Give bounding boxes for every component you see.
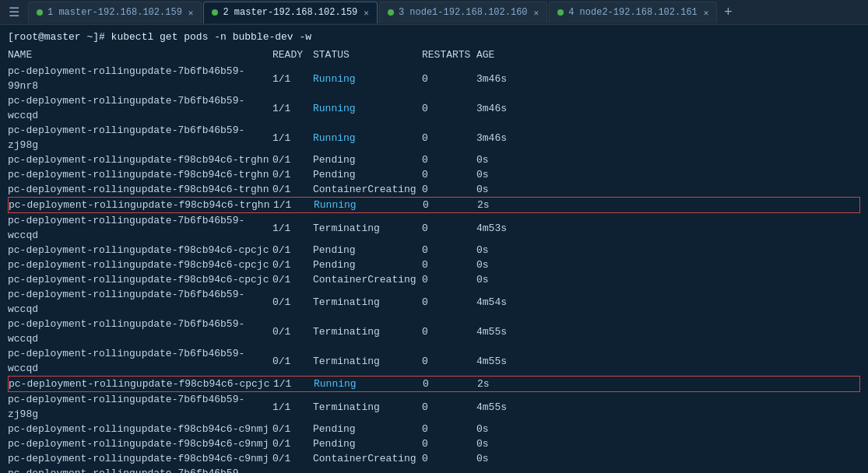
header-ready: READY (272, 47, 313, 62)
table-row: pc-deployment-rollingupdate-7b6fb46b59-z… (8, 123, 860, 152)
table-row: pc-deployment-rollingupdate-f98cb94c6-cp… (8, 272, 860, 287)
pod-status: Pending (313, 258, 422, 272)
pod-ready: 0/1 (272, 272, 313, 287)
pod-status: Terminating (313, 324, 422, 339)
pod-restarts: 0 (422, 324, 476, 339)
pod-ready: 1/1 (273, 377, 314, 391)
tab-3[interactable]: 3 node1-192.168.102.160✕ (379, 2, 547, 23)
pod-name: pc-deployment-rollingupdate-f98cb94c6-cp… (8, 272, 272, 287)
pod-age: 0s (476, 451, 523, 466)
pod-status: ContainerCreating (313, 272, 422, 287)
table-row: pc-deployment-rollingupdate-f98cb94c6-cp… (8, 258, 860, 272)
pod-name: pc-deployment-rollingupdate-f98cb94c6-cp… (8, 243, 272, 258)
pod-ready: 1/1 (272, 221, 313, 236)
pod-ready: 0/1 (272, 152, 313, 167)
pod-restarts: 0 (422, 167, 476, 182)
terminal-area: [root@master ~]# kubectl get pods -n bub… (0, 25, 868, 473)
table-row: pc-deployment-rollingupdate-7b6fb46b59-z… (8, 466, 860, 473)
pod-restarts: 0 (422, 436, 476, 451)
pod-age: 2s (477, 198, 524, 212)
pod-name: pc-deployment-rollingupdate-7b6fb46b59-z… (8, 466, 272, 473)
pod-status: Pending (313, 422, 422, 436)
pod-restarts: 0 (422, 272, 476, 287)
pod-status: Terminating (313, 354, 422, 369)
menu-icon[interactable]: ☰ (3, 2, 25, 23)
pod-restarts: 0 (422, 400, 476, 415)
pod-name: pc-deployment-rollingupdate-7b6fb46b59-w… (8, 287, 272, 317)
pod-name: pc-deployment-rollingupdate-f98cb94c6-c9… (8, 451, 272, 466)
pod-age: 0s (476, 152, 523, 167)
pod-status: Pending (313, 436, 422, 451)
tab-1[interactable]: 1 master-192.168.102.159✕ (28, 2, 202, 23)
pod-ready: 0/1 (272, 451, 313, 466)
pod-name: pc-deployment-rollingupdate-f98cb94c6-c9… (8, 436, 272, 451)
pod-name: pc-deployment-rollingupdate-7b6fb46b59-w… (8, 346, 272, 376)
pod-name: pc-deployment-rollingupdate-7b6fb46b59-z… (8, 123, 272, 152)
tab-2[interactable]: 2 master-192.168.102.159✕ (203, 2, 377, 23)
pod-name: pc-deployment-rollingupdate-7b6fb46b59-w… (8, 213, 272, 243)
pod-name: pc-deployment-rollingupdate-7b6fb46b59-w… (8, 317, 272, 346)
pod-name: pc-deployment-rollingupdate-7b6fb46b59-9… (8, 64, 272, 93)
pod-ready: 0/1 (272, 354, 313, 369)
pod-name: pc-deployment-rollingupdate-f98cb94c6-cp… (8, 258, 272, 272)
pod-age: 0s (476, 272, 523, 287)
pod-ready: 0/1 (272, 243, 313, 258)
pod-restarts: 0 (423, 198, 477, 212)
pod-age: 4m55s (476, 324, 523, 339)
new-tab-button[interactable]: + (719, 3, 737, 22)
pod-name: pc-deployment-rollingupdate-7b6fb46b59-w… (8, 93, 272, 123)
pod-status: Terminating (313, 295, 422, 310)
pod-ready: 0/1 (272, 422, 313, 436)
pod-restarts: 0 (422, 101, 476, 116)
table-row: pc-deployment-rollingupdate-7b6fb46b59-w… (8, 346, 860, 376)
pod-name: pc-deployment-rollingupdate-f98cb94c6-tr… (8, 167, 272, 182)
pod-age: 0s (476, 167, 523, 182)
pod-age: 0s (476, 422, 523, 436)
pod-restarts: 0 (422, 422, 476, 436)
pod-status: Pending (313, 152, 422, 167)
pod-restarts: 0 (422, 72, 476, 86)
table-header: NAME READY STATUS RESTARTS AGE (8, 47, 860, 62)
table-row: pc-deployment-rollingupdate-f98cb94c6-tr… (8, 197, 860, 213)
table-row: pc-deployment-rollingupdate-f98cb94c6-c9… (8, 436, 860, 451)
pod-age: 4m55s (476, 354, 523, 369)
pod-age: 2s (477, 377, 524, 391)
pod-ready: 0/1 (272, 167, 313, 182)
tab-4[interactable]: 4 node2-192.168.102.161✕ (549, 2, 717, 23)
pod-age: 0s (476, 436, 523, 451)
pod-restarts: 0 (422, 243, 476, 258)
pod-age: 0s (476, 182, 523, 197)
pod-ready: 1/1 (272, 400, 313, 415)
header-status: STATUS (313, 47, 422, 62)
header-name: NAME (8, 47, 272, 62)
pod-status: Terminating (313, 221, 422, 236)
table-row: pc-deployment-rollingupdate-7b6fb46b59-w… (8, 213, 860, 243)
table-row: pc-deployment-rollingupdate-7b6fb46b59-w… (8, 287, 860, 317)
table-row: pc-deployment-rollingupdate-7b6fb46b59-w… (8, 93, 860, 123)
pod-age: 0s (476, 243, 523, 258)
pod-status: ContainerCreating (313, 451, 422, 466)
pod-age: 4m53s (476, 221, 523, 236)
pod-status: Terminating (313, 400, 422, 415)
table-row: pc-deployment-rollingupdate-f98cb94c6-tr… (8, 152, 860, 167)
pod-age: 4m55s (476, 400, 523, 415)
table-row: pc-deployment-rollingupdate-f98cb94c6-cp… (8, 243, 860, 258)
pod-restarts: 0 (423, 377, 477, 391)
pod-status: Running (313, 131, 422, 145)
pod-ready: 0/1 (272, 324, 313, 339)
pod-name: pc-deployment-rollingupdate-f98cb94c6-c9… (8, 422, 272, 436)
pod-restarts: 0 (422, 258, 476, 272)
pod-restarts: 0 (422, 451, 476, 466)
table-row: pc-deployment-rollingupdate-f98cb94c6-tr… (8, 182, 860, 197)
pod-name: pc-deployment-rollingupdate-7b6fb46b59-z… (8, 392, 272, 422)
pod-restarts: 0 (422, 221, 476, 236)
pod-ready: 0/1 (272, 295, 313, 310)
table-row: pc-deployment-rollingupdate-f98cb94c6-cp… (8, 376, 860, 392)
header-restarts: RESTARTS (422, 47, 476, 62)
pod-restarts: 0 (422, 152, 476, 167)
pod-ready: 1/1 (272, 131, 313, 145)
pod-status: Running (314, 377, 423, 391)
table-row: pc-deployment-rollingupdate-7b6fb46b59-z… (8, 392, 860, 422)
pod-name: pc-deployment-rollingupdate-f98cb94c6-tr… (9, 198, 273, 212)
table-row: pc-deployment-rollingupdate-7b6fb46b59-w… (8, 317, 860, 346)
